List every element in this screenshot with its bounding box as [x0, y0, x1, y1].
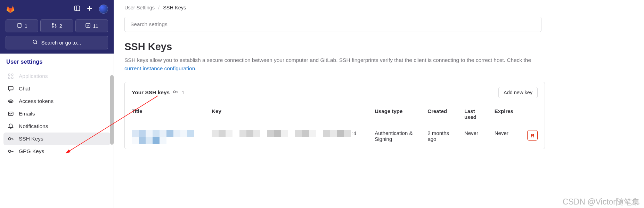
svg-rect-12	[11, 74, 13, 75]
key-icon	[173, 89, 178, 96]
search-label: Search or go to...	[41, 40, 81, 46]
checkbox-icon	[85, 23, 91, 29]
sidebar-top-row	[6, 4, 108, 14]
breadcrumb-parent[interactable]: User Settings	[124, 5, 155, 10]
svg-rect-8	[86, 23, 90, 27]
ssh-keys-card: Your SSH keys 1 Add new key Title Key Us…	[124, 82, 545, 149]
cell-expires: Never	[488, 125, 520, 149]
page-title: SSH Keys	[124, 41, 644, 53]
card-header: Your SSH keys 1 Add new key	[125, 82, 545, 103]
svg-rect-11	[8, 74, 10, 75]
sidebar-item-emails[interactable]: Emails	[3, 107, 110, 120]
cell-created: 2 months ago	[421, 125, 457, 149]
sidebar-item-gpg-keys[interactable]: GPG Keys	[3, 145, 110, 158]
gitlab-logo-icon[interactable]	[6, 4, 15, 14]
sidebar-item-label: Notifications	[19, 123, 48, 129]
svg-point-9	[33, 40, 36, 43]
breadcrumb: User Settings / SSH Keys	[124, 5, 644, 10]
svg-point-21	[8, 150, 11, 153]
plus-icon[interactable]	[87, 5, 93, 13]
main-content: User Settings / SSH Keys SSH Keys SSH ke…	[114, 0, 644, 208]
sidebar-item-chat[interactable]: Chat	[3, 82, 110, 95]
bell-icon	[8, 123, 14, 129]
breadcrumb-current: SSH Keys	[163, 5, 186, 10]
svg-rect-0	[75, 6, 80, 11]
sidebar-section-title: User settings	[0, 54, 114, 70]
sidebar-item-label: GPG Keys	[19, 148, 44, 154]
sidebar-item-notifications[interactable]: Notifications	[3, 120, 110, 133]
svg-point-16	[9, 101, 10, 102]
table-row: :d Authentication & Signing 2 months ago…	[125, 125, 545, 149]
sidebar-header: 1 2 11 Search or go to...	[0, 0, 114, 54]
todo-badge[interactable]: 11	[75, 19, 108, 32]
svg-line-10	[36, 43, 37, 44]
svg-rect-13	[8, 77, 10, 79]
token-icon	[8, 98, 14, 104]
todo-count: 11	[93, 23, 99, 29]
key-icon	[8, 136, 14, 142]
panel-icon[interactable]	[74, 5, 80, 13]
svg-point-6	[52, 26, 54, 27]
mail-icon	[8, 111, 14, 117]
mr-badge[interactable]: 2	[40, 19, 73, 32]
key-count: 1	[181, 89, 185, 96]
delete-key-button[interactable]: R	[527, 130, 538, 141]
svg-point-7	[55, 26, 56, 27]
key-trail: :d	[352, 131, 356, 136]
svg-point-22	[173, 91, 176, 93]
sidebar-item-label: Chat	[19, 86, 30, 92]
cell-title	[125, 125, 205, 149]
col-last-used: Last used	[457, 103, 488, 125]
key-icon	[8, 148, 14, 154]
search-icon	[32, 39, 38, 46]
cell-last-used: Never	[457, 125, 488, 149]
svg-point-5	[52, 23, 54, 25]
avatar[interactable]	[99, 5, 108, 14]
svg-rect-19	[8, 112, 13, 115]
page-description: SSH keys allow you to establish a secure…	[124, 56, 545, 73]
sidebar-item-access-tokens[interactable]: Access tokens	[3, 95, 110, 107]
search-button[interactable]: Search or go to...	[6, 36, 108, 49]
svg-rect-14	[11, 77, 13, 79]
svg-point-20	[8, 138, 11, 140]
sidebar-item-ssh-keys[interactable]: SSH Keys	[3, 133, 110, 145]
issues-count: 1	[25, 23, 27, 29]
add-key-button[interactable]: Add new key	[498, 87, 538, 98]
sidebar-item-label: Applications	[19, 73, 48, 79]
instance-config-link[interactable]: current instance configuration	[124, 65, 195, 71]
svg-point-18	[11, 101, 12, 102]
keys-table: Title Key Usage type Created Last used E…	[125, 103, 545, 149]
sidebar-item-label: Access tokens	[19, 98, 54, 104]
mr-count: 2	[59, 23, 62, 29]
col-title: Title	[125, 103, 205, 125]
col-expires: Expires	[488, 103, 520, 125]
col-usage: Usage type	[368, 103, 421, 125]
settings-search-input[interactable]	[124, 17, 541, 32]
card-title: Your SSH keys	[132, 89, 170, 96]
apps-icon	[8, 73, 14, 79]
chat-icon	[8, 86, 14, 92]
svg-point-17	[10, 101, 11, 102]
merge-icon	[51, 23, 57, 29]
file-icon	[17, 23, 22, 29]
col-key: Key	[205, 103, 368, 125]
cell-key: :d	[205, 125, 368, 149]
sidebar-item-applications[interactable]: Applications	[3, 70, 110, 82]
sidebar: 1 2 11 Search or go to... User settings …	[0, 0, 114, 208]
sidebar-item-label: SSH Keys	[19, 136, 43, 142]
cell-usage: Authentication & Signing	[368, 125, 421, 149]
sidebar-top-icons	[74, 5, 108, 14]
sidebar-nav: Applications Chat Access tokens Emails N…	[0, 70, 114, 208]
badge-row: 1 2 11	[6, 19, 108, 32]
sidebar-item-label: Emails	[19, 111, 35, 117]
issues-badge[interactable]: 1	[6, 19, 38, 32]
sidebar-scrollbar[interactable]	[110, 75, 114, 145]
breadcrumb-separator: /	[158, 5, 160, 10]
col-created: Created	[421, 103, 457, 125]
